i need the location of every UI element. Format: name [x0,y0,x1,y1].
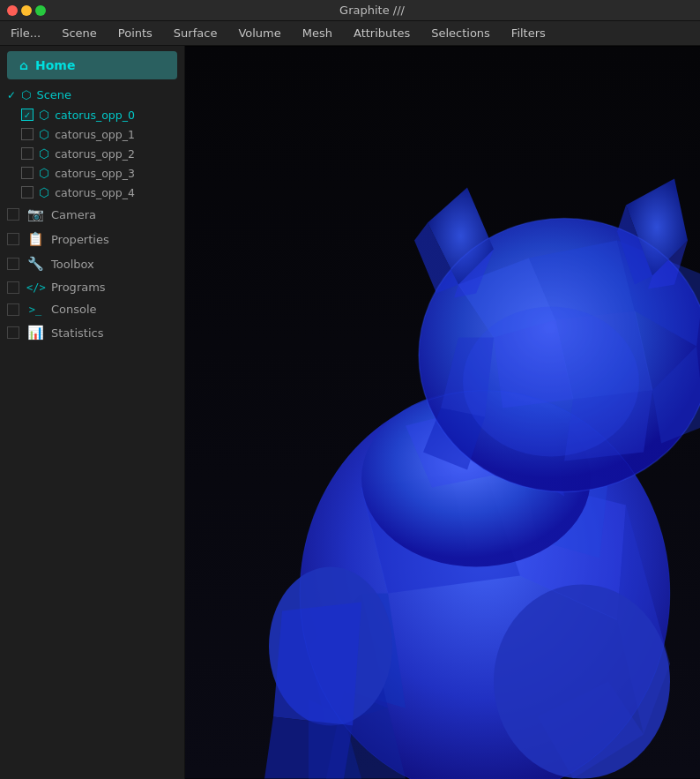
svg-marker-13 [273,603,361,726]
maximize-button[interactable] [35,5,46,16]
scene-object-0-label: catorus_opp_0 [55,109,135,122]
nav-statistics-label: Statistics [51,326,103,340]
nav-toolbox[interactable]: 🔧 Toolbox [0,251,184,276]
menu-scene[interactable]: Scene [51,21,108,45]
scene-check-icon: ✓ [7,89,16,101]
scene-object-2-checkbox[interactable] [21,147,34,160]
menu-volume[interactable]: Volume [227,21,291,45]
nav-toolbox-checkbox[interactable] [7,258,19,270]
nav-properties-label: Properties [51,233,109,246]
titlebar: Graphite /// [0,0,700,21]
nav-camera[interactable]: 📷 Camera [0,202,184,227]
menu-points[interactable]: Points [108,21,163,45]
scene-object-1-checkbox[interactable] [21,128,34,140]
scene-object-2-label: catorus_opp_2 [55,147,135,161]
scene-object-0-checkbox[interactable] [21,109,34,121]
scene-object-4-checkbox[interactable] [21,186,34,198]
viewport[interactable] [185,46,700,779]
scene-object-4-icon: ⬡ [39,185,49,199]
minimize-button[interactable] [21,5,32,16]
nav-programs[interactable]: </> Programs [0,276,184,298]
menu-filters[interactable]: Filters [501,21,556,45]
scene-object-2-icon: ⬡ [39,146,49,161]
sidebar: ⌂ Home ✓ ⬡ Scene ⬡ catorus_opp_0 ⬡ cator… [0,46,185,779]
menu-attributes[interactable]: Attributes [343,21,421,45]
console-icon: >_ [26,303,44,316]
menu-selections[interactable]: Selections [421,21,501,45]
nav-programs-checkbox[interactable] [7,281,19,294]
nav-camera-checkbox[interactable] [7,208,19,221]
nav-console-checkbox[interactable] [7,303,19,316]
home-button[interactable]: ⌂ Home [7,51,177,79]
nav-programs-label: Programs [51,281,106,294]
svg-point-15 [494,585,670,779]
properties-icon: 📋 [26,231,44,247]
nav-toolbox-label: Toolbox [51,258,94,271]
nav-console[interactable]: >_ Console [0,298,184,320]
programs-icon: </> [26,281,44,294]
scene-object-3-icon: ⬡ [39,166,49,180]
titlebar-controls [7,5,46,16]
statistics-icon: 📊 [26,325,44,341]
scene-object-1[interactable]: ⬡ catorus_opp_1 [0,124,184,144]
3d-viewport-canvas [185,46,700,779]
scene-object-1-icon: ⬡ [39,127,49,141]
nav-properties-checkbox[interactable] [7,233,19,245]
menu-surface[interactable]: Surface [163,21,228,45]
nav-properties[interactable]: 📋 Properties [0,227,184,251]
menu-mesh[interactable]: Mesh [292,21,343,45]
scene-object-3-label: catorus_opp_3 [55,167,135,180]
scene-object-0-icon: ⬡ [39,108,49,122]
home-label: Home [35,58,75,72]
scene-object-1-label: catorus_opp_1 [55,128,135,141]
menu-file[interactable]: File... [0,21,51,45]
scene-object-4-label: catorus_opp_4 [55,186,135,199]
toolbox-icon: 🔧 [26,256,44,272]
scene-object-0[interactable]: ⬡ catorus_opp_0 [0,105,184,124]
scene-cube-icon: ⬡ [21,88,31,101]
scene-object-2[interactable]: ⬡ catorus_opp_2 [0,144,184,163]
scene-object-3[interactable]: ⬡ catorus_opp_3 [0,163,184,183]
svg-marker-14 [264,717,353,779]
nav-camera-label: Camera [51,208,96,221]
nav-statistics[interactable]: 📊 Statistics [0,320,184,345]
camera-icon: 📷 [26,206,44,222]
window-title: Graphite /// [51,4,693,17]
scene-label: Scene [36,88,71,101]
svg-point-35 [463,307,639,457]
scene-header[interactable]: ✓ ⬡ Scene [0,85,184,105]
nav-console-label: Console [51,303,97,316]
home-icon: ⌂ [19,58,28,72]
menubar: File... Scene Points Surface Volume Mesh… [0,21,700,46]
close-button[interactable] [7,5,18,16]
scene-object-4[interactable]: ⬡ catorus_opp_4 [0,183,184,202]
main-area: ⌂ Home ✓ ⬡ Scene ⬡ catorus_opp_0 ⬡ cator… [0,46,700,779]
scene-object-3-checkbox[interactable] [21,167,34,179]
nav-statistics-checkbox[interactable] [7,326,19,339]
